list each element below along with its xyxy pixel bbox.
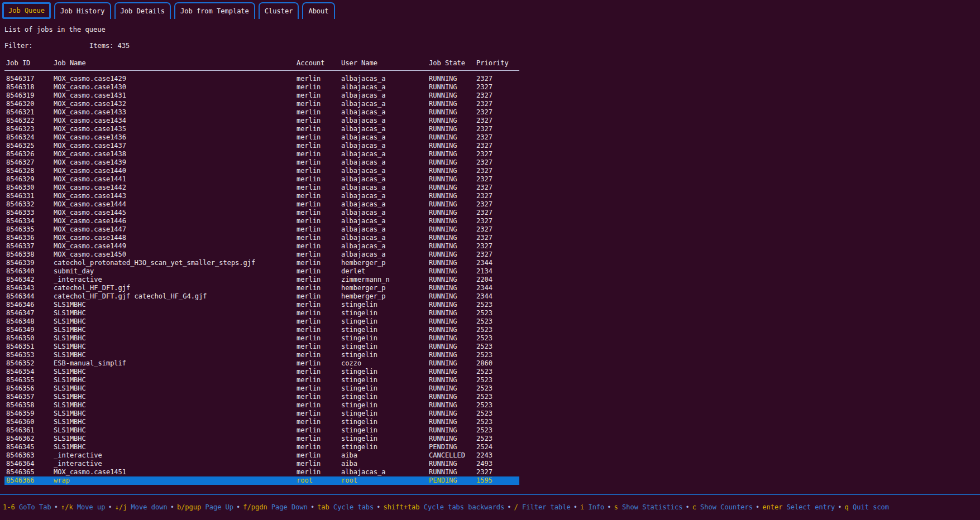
tab-about[interactable]: About bbox=[302, 2, 334, 19]
cell-job-id: 8546346 bbox=[6, 301, 54, 309]
table-row[interactable]: 8546351 SLS1MBHC merlin stingelin RUNNIN… bbox=[4, 343, 519, 351]
table-row[interactable]: 8546328 MOX_casmo.case1440 merlin albaja… bbox=[4, 167, 519, 175]
cell-job-name: MOX_casmo.case1438 bbox=[54, 150, 297, 158]
table-row[interactable]: 8546320 MOX_casmo.case1432 merlin albaja… bbox=[4, 100, 519, 108]
header-user-name: User Name bbox=[341, 59, 429, 68]
cell-job-id: 8546347 bbox=[6, 309, 54, 317]
table-row[interactable]: 8546346 SLS1MBHC merlin stingelin RUNNIN… bbox=[4, 301, 519, 309]
header-job-name: Job Name bbox=[54, 59, 297, 68]
table-row[interactable]: 8546322 MOX_casmo.case1434 merlin albaja… bbox=[4, 117, 519, 125]
help-desc: Quit scom bbox=[853, 503, 889, 511]
cell-priority: 2327 bbox=[476, 158, 519, 167]
table-row[interactable]: 8546317 MOX_casmo.case1429 merlin albaja… bbox=[4, 75, 519, 83]
cell-priority: 2327 bbox=[476, 167, 519, 175]
cell-job-state: RUNNING bbox=[429, 133, 476, 142]
cell-priority: 1595 bbox=[476, 476, 519, 485]
cell-job-state: RUNNING bbox=[429, 192, 476, 200]
table-row[interactable]: 8546318 MOX_casmo.case1430 merlin albaja… bbox=[4, 83, 519, 92]
table-row[interactable]: 8546343 catechol_HF_DFT.gjf merlin hembe… bbox=[4, 284, 519, 292]
cell-account: merlin bbox=[297, 401, 341, 410]
filter-row: Filter: Items: 435 bbox=[4, 42, 451, 50]
cell-job-state: RUNNING bbox=[429, 376, 476, 384]
table-row[interactable]: 8546330 MOX_casmo.case1442 merlin albaja… bbox=[4, 184, 519, 192]
tab-job-history[interactable]: Job History bbox=[54, 2, 111, 19]
table-row[interactable]: 8546348 SLS1MBHC merlin stingelin RUNNIN… bbox=[4, 317, 519, 326]
table-row[interactable]: 8546335 MOX_casmo.case1447 merlin albaja… bbox=[4, 225, 519, 234]
cell-job-name: MOX_casmo.case1442 bbox=[54, 184, 297, 192]
cell-user-name: zimmermann_n bbox=[341, 276, 429, 284]
table-row[interactable]: 8546355 SLS1MBHC merlin stingelin RUNNIN… bbox=[4, 376, 519, 384]
table-row[interactable]: 8546331 MOX_casmo.case1443 merlin albaja… bbox=[4, 192, 519, 200]
cell-job-state: RUNNING bbox=[429, 435, 476, 443]
cell-job-id: 8546364 bbox=[6, 460, 54, 468]
table-row[interactable]: 8546366 wrap root root PENDING 1595 bbox=[4, 476, 519, 485]
table-row[interactable]: 8546358 SLS1MBHC merlin stingelin RUNNIN… bbox=[4, 401, 519, 410]
cell-account: merlin bbox=[297, 393, 341, 401]
table-row[interactable]: 8546353 SLS1MBHC merlin stingelin RUNNIN… bbox=[4, 351, 519, 359]
table-row[interactable]: 8546340 submit_day merlin derlet RUNNING… bbox=[4, 267, 519, 276]
cell-user-name: hemberger_p bbox=[341, 259, 429, 267]
cell-job-id: 8546326 bbox=[6, 150, 54, 158]
cell-account: merlin bbox=[297, 242, 341, 251]
cell-job-state: RUNNING bbox=[429, 92, 476, 100]
table-row[interactable]: 8546337 MOX_casmo.case1449 merlin albaja… bbox=[4, 242, 519, 251]
table-row[interactable]: 8546332 MOX_casmo.case1444 merlin albaja… bbox=[4, 200, 519, 209]
help-item: shift+tab Cycle tabs backwards bbox=[384, 503, 505, 511]
table-row[interactable]: 8546321 MOX_casmo.case1433 merlin albaja… bbox=[4, 108, 519, 117]
cell-job-name: MOX_casmo.case1443 bbox=[54, 192, 297, 200]
help-key: q bbox=[845, 503, 849, 511]
table-row[interactable]: 8546344 catechol_HF_DFT.gjf catechol_HF_… bbox=[4, 292, 519, 301]
help-item: s Show Statistics bbox=[614, 503, 683, 511]
table-row[interactable]: 8546363 _interactive merlin aiba CANCELL… bbox=[4, 451, 519, 460]
table-row[interactable]: 8546345 SLS1MBHC merlin stingelin PENDIN… bbox=[4, 443, 519, 451]
table-row[interactable]: 8546319 MOX_casmo.case1431 merlin albaja… bbox=[4, 92, 519, 100]
table-row[interactable]: 8546356 SLS1MBHC merlin stingelin RUNNIN… bbox=[4, 384, 519, 393]
tab-job-from-template[interactable]: Job from Template bbox=[174, 2, 255, 19]
cell-account: merlin bbox=[297, 200, 341, 209]
table-row[interactable]: 8546352 ESB-manual_simplif merlin cozzo … bbox=[4, 359, 519, 368]
table-row[interactable]: 8546339 catechol_protonated_H3O_scan_yet… bbox=[4, 259, 519, 267]
cell-account: merlin bbox=[297, 284, 341, 292]
table-row[interactable]: 8546360 SLS1MBHC merlin stingelin RUNNIN… bbox=[4, 418, 519, 426]
cell-priority: 2523 bbox=[476, 376, 519, 384]
cell-priority: 2523 bbox=[476, 401, 519, 410]
cell-job-id: 8546340 bbox=[6, 267, 54, 276]
cell-job-state: CANCELLED bbox=[429, 451, 476, 460]
table-row[interactable]: 8546359 SLS1MBHC merlin stingelin RUNNIN… bbox=[4, 410, 519, 418]
table-row[interactable]: 8546349 SLS1MBHC merlin stingelin RUNNIN… bbox=[4, 326, 519, 334]
table-row[interactable]: 8546362 SLS1MBHC merlin stingelin RUNNIN… bbox=[4, 435, 519, 443]
table-row[interactable]: 8546342 _interactive merlin zimmermann_n… bbox=[4, 276, 519, 284]
cell-job-name: catechol_protonated_H3O_scan_yet_smaller… bbox=[54, 259, 297, 267]
table-row[interactable]: 8546326 MOX_casmo.case1438 merlin albaja… bbox=[4, 150, 519, 158]
table-row[interactable]: 8546323 MOX_casmo.case1435 merlin albaja… bbox=[4, 125, 519, 133]
table-row[interactable]: 8546338 MOX_casmo.case1450 merlin albaja… bbox=[4, 251, 519, 259]
cell-priority: 2327 bbox=[476, 234, 519, 242]
table-row[interactable]: 8546361 SLS1MBHC merlin stingelin RUNNIN… bbox=[4, 426, 519, 435]
table-row[interactable]: 8546334 MOX_casmo.case1446 merlin albaja… bbox=[4, 217, 519, 225]
help-key: c bbox=[692, 503, 696, 511]
table-row[interactable]: 8546354 SLS1MBHC merlin stingelin RUNNIN… bbox=[4, 368, 519, 376]
cell-account: merlin bbox=[297, 142, 341, 150]
table-row[interactable]: 8546336 MOX_casmo.case1448 merlin albaja… bbox=[4, 234, 519, 242]
cell-priority: 2344 bbox=[476, 292, 519, 301]
table-row[interactable]: 8546333 MOX_casmo.case1445 merlin albaja… bbox=[4, 209, 519, 217]
table-row[interactable]: 8546350 SLS1MBHC merlin stingelin RUNNIN… bbox=[4, 334, 519, 343]
table-row[interactable]: 8546327 MOX_casmo.case1439 merlin albaja… bbox=[4, 158, 519, 167]
table-row[interactable]: 8546329 MOX_casmo.case1441 merlin albaja… bbox=[4, 175, 519, 184]
table-row[interactable]: 8546325 MOX_casmo.case1437 merlin albaja… bbox=[4, 142, 519, 150]
table-row[interactable]: 8546364 _interactive merlin aiba RUNNING… bbox=[4, 460, 519, 468]
cell-user-name: albajacas_a bbox=[341, 225, 429, 234]
help-key: tab bbox=[317, 503, 329, 511]
tab-job-queue[interactable]: Job Queue bbox=[2, 2, 51, 19]
tab-job-details[interactable]: Job Details bbox=[114, 2, 171, 19]
cell-priority: 2327 bbox=[476, 75, 519, 83]
table-row[interactable]: 8546365 MOX_casmo.case1451 merlin albaja… bbox=[4, 468, 519, 476]
table-row[interactable]: 8546347 SLS1MBHC merlin stingelin RUNNIN… bbox=[4, 309, 519, 317]
cell-job-id: 8546318 bbox=[6, 83, 54, 92]
tab-cluster[interactable]: Cluster bbox=[259, 2, 299, 19]
help-desc: Move up bbox=[77, 503, 106, 511]
cell-account: merlin bbox=[297, 384, 341, 393]
cell-job-id: 8546321 bbox=[6, 108, 54, 117]
table-row[interactable]: 8546324 MOX_casmo.case1436 merlin albaja… bbox=[4, 133, 519, 142]
table-row[interactable]: 8546357 SLS1MBHC merlin stingelin RUNNIN… bbox=[4, 393, 519, 401]
